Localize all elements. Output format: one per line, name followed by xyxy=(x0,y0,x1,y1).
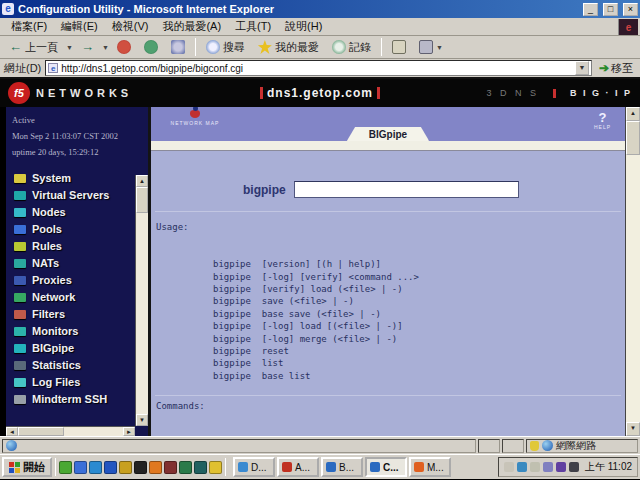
scrollbar-thumb[interactable] xyxy=(18,427,64,436)
minimize-button[interactable]: _ xyxy=(583,3,598,16)
red-bracket-bigip xyxy=(553,89,556,98)
status-state: Active xyxy=(12,112,146,128)
sidebar-nav-item[interactable]: Proxies xyxy=(14,274,148,286)
menu-item[interactable]: 編輯(E) xyxy=(54,19,105,34)
bigip-label: B I G · I P xyxy=(570,88,632,98)
bigpipe-command-input[interactable] xyxy=(294,181,519,198)
back-dropdown[interactable]: ▼ xyxy=(66,44,73,51)
favorites-button[interactable]: 我的最愛 xyxy=(253,38,324,57)
maximize-button[interactable]: □ xyxy=(603,3,618,16)
sidebar-nav-item[interactable]: Filters xyxy=(14,308,148,320)
quicklaunch-icon[interactable] xyxy=(149,461,162,474)
print-button[interactable]: ▼ xyxy=(414,38,448,56)
task-button[interactable]: C... xyxy=(365,457,407,477)
sidebar-horizontal-scrollbar[interactable]: ◄ ► xyxy=(6,426,135,436)
quicklaunch-icon[interactable] xyxy=(194,461,207,474)
quicklaunch-icon[interactable] xyxy=(59,461,72,474)
tray-icon[interactable] xyxy=(530,462,540,472)
menu-item[interactable]: 工具(T) xyxy=(228,19,278,34)
tray-icon[interactable] xyxy=(504,462,514,472)
forward-dropdown[interactable]: ▼ xyxy=(102,44,109,51)
menu-item[interactable]: 檢視(V) xyxy=(105,19,156,34)
scroll-down-icon[interactable]: ▼ xyxy=(136,414,148,426)
task-window-icon xyxy=(282,462,292,472)
task-button[interactable]: D... xyxy=(233,457,275,477)
usage-line: bigpipe base save (<file> | -) xyxy=(213,308,419,320)
sidebar-nav-item[interactable]: Mindterm SSH xyxy=(14,393,148,405)
mail-button[interactable] xyxy=(387,38,411,56)
menu-item[interactable]: 檔案(F) xyxy=(4,19,54,34)
internet-zone-globe-icon xyxy=(542,440,553,451)
quicklaunch-icon[interactable] xyxy=(179,461,192,474)
scrollbar-thumb[interactable] xyxy=(626,121,640,155)
home-button[interactable] xyxy=(166,38,190,56)
search-button[interactable]: 搜尋 xyxy=(201,38,250,57)
quicklaunch-icon[interactable] xyxy=(209,461,222,474)
zone-shield-icon xyxy=(530,441,539,451)
sidebar-nav-item[interactable]: Statistics xyxy=(14,359,148,371)
command-lines: class <class name> ( <ip member list> ) … xyxy=(156,413,625,436)
quicklaunch-icon[interactable] xyxy=(74,461,87,474)
tray-icon[interactable] xyxy=(517,462,527,472)
scroll-left-icon[interactable]: ◄ xyxy=(6,427,18,436)
refresh-button[interactable] xyxy=(139,38,163,56)
toolbar-separator xyxy=(195,38,196,56)
sidebar-nav-item[interactable]: Log Files xyxy=(14,376,148,388)
quicklaunch-icon[interactable] xyxy=(89,461,102,474)
quicklaunch-icon[interactable] xyxy=(104,461,117,474)
usage-line: bigpipe [verify] load (<file> | -) xyxy=(213,283,419,295)
task-window-icon xyxy=(326,462,336,472)
sidebar-nav-item[interactable]: Virtual Servers xyxy=(14,189,148,201)
start-button[interactable]: 開始 xyxy=(2,457,52,477)
scrollbar-thumb[interactable] xyxy=(136,187,148,213)
url-input[interactable] xyxy=(61,63,572,74)
forward-button[interactable]: → xyxy=(76,38,99,56)
sidebar-nav-item[interactable]: Rules xyxy=(14,240,148,252)
search-icon xyxy=(206,40,220,54)
tab-bigpipe[interactable]: BIGpipe xyxy=(347,127,429,141)
address-combobox[interactable]: e ▼ xyxy=(45,60,592,76)
system-status-block: Active Mon Sep 2 11:03:07 CST 2002 uptim… xyxy=(6,107,148,160)
browser-vertical-scrollbar[interactable]: ▲ ▼ xyxy=(625,107,640,436)
scroll-down-icon[interactable]: ▼ xyxy=(626,422,640,436)
network-map-button[interactable]: NETWORK MAP xyxy=(165,110,225,126)
usage-block: Usage: bigpipe [version] [(h | help)]big… xyxy=(151,221,625,382)
tray-icon[interactable] xyxy=(556,462,566,472)
quicklaunch-icon[interactable] xyxy=(134,461,147,474)
task-button[interactable]: M... xyxy=(409,457,451,477)
menu-item[interactable]: 說明(H) xyxy=(278,19,329,34)
address-label: 網址(D) xyxy=(4,61,41,76)
sidebar-nav-item[interactable]: Network xyxy=(14,291,148,303)
menu-item[interactable]: 我的最愛(A) xyxy=(155,19,228,34)
stop-button[interactable] xyxy=(112,38,136,56)
scroll-up-icon[interactable]: ▲ xyxy=(626,107,640,121)
go-button[interactable]: ➔ 移至 xyxy=(596,61,636,76)
task-label: D... xyxy=(251,462,267,473)
sidebar-nav-item[interactable]: Pools xyxy=(14,223,148,235)
scroll-up-icon[interactable]: ▲ xyxy=(136,175,148,187)
sidebar-item-icon xyxy=(14,208,26,217)
sidebar-nav-item[interactable]: System xyxy=(14,172,148,184)
sidebar-nav-item[interactable]: Monitors xyxy=(14,325,148,337)
close-button[interactable]: × xyxy=(623,3,638,16)
window-title: Configuration Utility - Microsoft Intern… xyxy=(18,3,578,15)
go-arrow-icon: ➔ xyxy=(599,61,609,75)
task-button[interactable]: A... xyxy=(277,457,319,477)
scroll-right-icon[interactable]: ► xyxy=(123,427,135,436)
sidebar-item-label: Monitors xyxy=(32,325,78,337)
sidebar-vertical-scrollbar[interactable]: ▲ ▼ xyxy=(135,175,148,426)
sidebar-nav-item[interactable]: NATs xyxy=(14,257,148,269)
task-button[interactable]: B... xyxy=(321,457,363,477)
sidebar-nav-item[interactable]: Nodes xyxy=(14,206,148,218)
help-button[interactable]: ? HELP xyxy=(594,111,611,130)
quicklaunch-icon[interactable] xyxy=(164,461,177,474)
print-dropdown: ▼ xyxy=(436,44,443,51)
tray-icon[interactable] xyxy=(569,462,579,472)
sidebar-nav-item[interactable]: BIGpipe xyxy=(14,342,148,354)
back-button[interactable]: ← 上一頁 xyxy=(4,38,63,57)
quicklaunch-icon[interactable] xyxy=(119,461,132,474)
help-question-icon: ? xyxy=(594,111,611,124)
history-button[interactable]: 記錄 xyxy=(327,38,376,57)
tray-icon[interactable] xyxy=(543,462,553,472)
address-dropdown-icon[interactable]: ▼ xyxy=(575,61,589,75)
